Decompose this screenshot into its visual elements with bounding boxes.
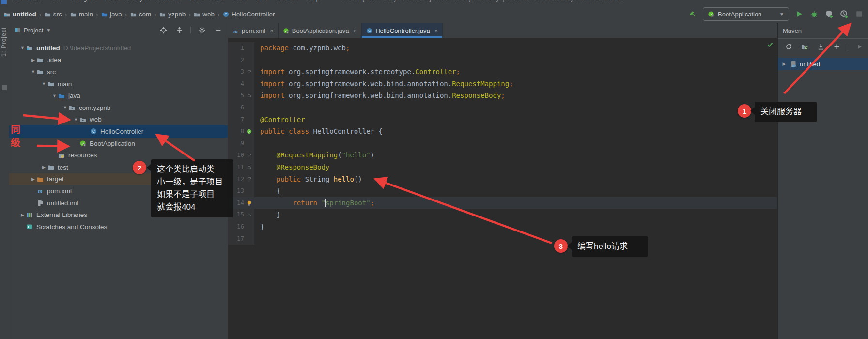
code-text: {: [254, 185, 280, 197]
tab-bootapplication-java[interactable]: BootApplication.java×: [279, 23, 362, 38]
tree-open-chevron-icon[interactable]: ▼: [19, 46, 26, 50]
menu-vcs[interactable]: VCS: [255, 0, 268, 4]
tree-item-java[interactable]: ▼java: [9, 90, 228, 102]
tree-item-target[interactable]: ▶target: [9, 173, 228, 185]
code-text: import org.springframework.web.bind.anno…: [254, 78, 513, 90]
hide-button[interactable]: [213, 25, 223, 35]
code-text: import org.springframework.web.bind.anno…: [254, 90, 505, 102]
tree-item-label: untitled.iml: [47, 200, 78, 207]
breadcrumb-item-com[interactable]: com: [130, 11, 152, 18]
collapse-all-button[interactable]: [174, 25, 184, 35]
tab-hellocontroller-java[interactable]: CHelloController.java×: [362, 23, 443, 38]
tree-item-src[interactable]: ▼src: [9, 66, 228, 78]
run-config-select[interactable]: BootApplication ▼: [703, 7, 789, 21]
tool-window-icon: [2, 85, 7, 90]
download-sources-button[interactable]: [816, 42, 825, 52]
tree-closed-chevron-icon[interactable]: ▶: [30, 58, 37, 62]
debug-button[interactable]: [809, 9, 819, 19]
add-maven-project-button[interactable]: [832, 42, 841, 52]
tree-item-test[interactable]: ▶test: [9, 161, 228, 173]
tree-item-untitled[interactable]: ▼untitledD:\IdeaProjects\untitled: [9, 42, 228, 54]
tree-open-chevron-icon[interactable]: ▼: [72, 117, 79, 122]
fold-up-icon[interactable]: [246, 165, 252, 170]
breadcrumb-item-hellocontroller[interactable]: CHelloController: [223, 11, 275, 18]
close-icon[interactable]: ×: [354, 27, 357, 34]
code-editor[interactable]: 1package com.yzpnb.web;23import org.spri…: [228, 38, 777, 339]
tree-item-resources[interactable]: resources: [9, 149, 228, 161]
profiler-button[interactable]: [839, 9, 849, 19]
tree-closed-chevron-icon[interactable]: ▶: [19, 213, 26, 217]
tree-open-chevron-icon[interactable]: ▼: [62, 105, 69, 110]
folder-res-icon: [58, 152, 65, 159]
menu-view[interactable]: View: [49, 0, 62, 4]
tree-item-label: .idea: [47, 56, 61, 63]
menu-edit[interactable]: Edit: [30, 0, 41, 4]
close-icon[interactable]: ×: [434, 27, 438, 34]
project-tool-button[interactable]: 1: Project: [0, 27, 7, 57]
tree-item-label: BootApplication: [90, 140, 135, 147]
breadcrumb-item-untitled[interactable]: untitled: [4, 11, 36, 18]
navigation-bar: untitled›src›main›java›com›yzpnb›web›CHe…: [0, 5, 868, 24]
menu-tools[interactable]: Tools: [232, 0, 247, 4]
tree-closed-chevron-icon[interactable]: ▶: [781, 62, 787, 66]
code-text: @ResponseBody: [254, 161, 329, 173]
locate-button[interactable]: [158, 25, 168, 35]
menu-refactor[interactable]: Refactor: [158, 0, 182, 4]
maven-item-untitled[interactable]: ▶muntitled: [778, 58, 868, 70]
tree-item-label: HelloController: [100, 128, 143, 135]
tree-open-chevron-icon[interactable]: ▼: [30, 69, 37, 74]
project-view-label[interactable]: Project: [24, 27, 43, 34]
tree-item-bootapplication[interactable]: BootApplication: [9, 138, 228, 150]
bean-icon: [246, 128, 252, 135]
tree-item-web[interactable]: ▼web: [9, 114, 228, 126]
tree-item-external-libraries[interactable]: ▶External Libraries: [9, 209, 228, 221]
tree-item-scratches-and-consoles[interactable]: Scratches and Consoles: [9, 221, 228, 233]
menu-file[interactable]: File: [12, 0, 22, 4]
menu-analyze[interactable]: Analyze: [127, 0, 150, 4]
breadcrumb-item-web[interactable]: web: [194, 11, 215, 18]
generate-sources-button[interactable]: [800, 42, 809, 52]
build-button[interactable]: [688, 9, 698, 19]
fold-up-icon[interactable]: [246, 212, 252, 217]
tree-open-chevron-icon[interactable]: ▼: [40, 81, 47, 86]
tree-item-com-yzpnb[interactable]: ▼com.yzpnb: [9, 102, 228, 114]
tree-open-chevron-icon[interactable]: ▼: [51, 93, 58, 98]
tab-pom-xml[interactable]: mpom.xml×: [228, 23, 279, 38]
run-button[interactable]: [794, 9, 804, 19]
bulb-icon[interactable]: [246, 200, 252, 206]
gutter: 17: [228, 233, 254, 245]
breadcrumb-item-main[interactable]: main: [70, 11, 93, 18]
stop-button[interactable]: [854, 9, 864, 19]
fold-down-icon[interactable]: [246, 69, 252, 75]
chevron-right-icon: ›: [125, 10, 127, 18]
tree-closed-chevron-icon[interactable]: ▶: [40, 165, 47, 170]
menu-build[interactable]: Build: [190, 0, 204, 4]
breadcrumb-item-java[interactable]: java: [101, 11, 122, 18]
tree-item-main[interactable]: ▼main: [9, 78, 228, 90]
fold-up-icon[interactable]: [246, 93, 252, 98]
maven-panel-title: Maven: [778, 23, 868, 39]
tree-closed-chevron-icon[interactable]: ▶: [30, 177, 37, 182]
menu-window[interactable]: Window: [276, 0, 298, 4]
breadcrumb-item-src[interactable]: src: [45, 11, 62, 18]
tree-item-hellocontroller[interactable]: CHelloController: [9, 125, 228, 138]
tree-item-pom-xml[interactable]: mpom.xml: [9, 185, 228, 197]
spring-boot-icon: [708, 11, 714, 17]
fold-down-icon[interactable]: [246, 153, 252, 158]
project-header-icons: [158, 25, 223, 35]
close-icon[interactable]: ×: [270, 27, 274, 34]
chevron-right-icon: ›: [65, 10, 67, 18]
tree-item-untitled-iml[interactable]: untitled.iml: [9, 197, 228, 209]
tree-item-idea[interactable]: ▶.idea: [9, 54, 228, 66]
run-maven-goal-button[interactable]: [854, 42, 864, 52]
reimport-button[interactable]: [784, 42, 793, 52]
maven-m-icon: m: [37, 187, 44, 194]
breadcrumb-item-yzpnb[interactable]: yzpnb: [159, 11, 186, 18]
menu-help[interactable]: Help: [307, 0, 320, 4]
menu-code[interactable]: Code: [104, 0, 119, 4]
coverage-button[interactable]: [824, 9, 834, 19]
fold-down-icon[interactable]: [246, 176, 252, 182]
menu-run[interactable]: Run: [212, 0, 224, 4]
menu-navigate[interactable]: Navigate: [71, 0, 95, 4]
settings-button[interactable]: [197, 25, 207, 35]
